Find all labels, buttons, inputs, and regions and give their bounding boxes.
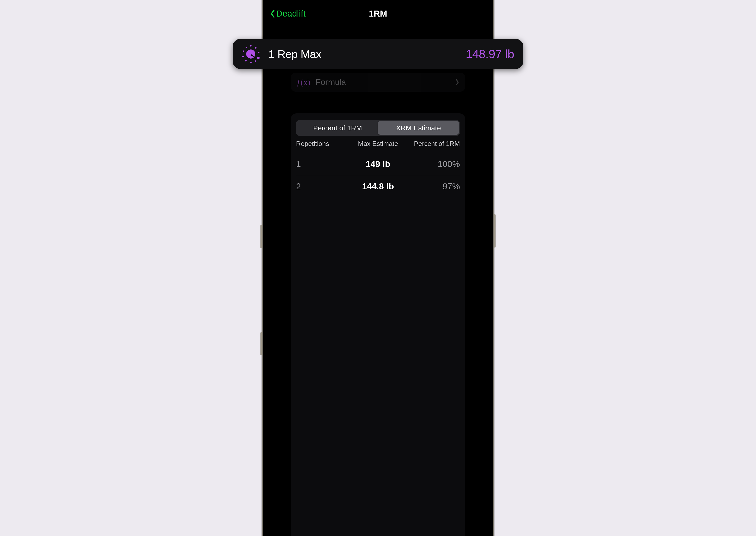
one-rep-max-label: 1 Rep Max [268,48,321,60]
nav-bar: Deadlift 1RM [270,7,486,21]
table-row[interactable]: 1 149 lb 100% [296,153,460,175]
screen: Deadlift 1RM [263,0,493,536]
cell-pct: 100% [409,159,460,169]
xrm-table-wrap: Percent of 1RM XRM Estimate Repetitions … [270,114,486,536]
header-repetitions: Repetitions [296,140,347,148]
side-button [260,332,262,355]
side-button [494,215,496,248]
side-button [260,225,262,248]
header-max-estimate: Max Estimate [347,140,409,148]
tab-percent-of-1rm[interactable]: Percent of 1RM [297,121,378,135]
formula-label: Formula [316,78,346,87]
tab-xrm-estimate[interactable]: XRM Estimate [378,121,459,135]
formula-row-wrap: ƒ(x) Formula [270,73,486,92]
formula-row[interactable]: ƒ(x) Formula [291,73,465,92]
back-button[interactable]: Deadlift [270,9,306,18]
phone-frame: Deadlift 1RM [262,0,494,536]
cell-pct: 97% [409,182,460,191]
bezel-shadow-right [493,0,495,536]
table-row[interactable]: 2 144.8 lb 97% [296,175,460,198]
one-rep-max-card[interactable]: 1 Rep Max 148.97 lb [233,39,523,69]
cell-max: 149 lb [347,159,409,169]
chevron-right-icon [455,79,460,86]
hero-card-wrap: 1 Rep Max 148.97 lb [270,39,486,69]
bezel-shadow-left [261,0,263,536]
cell-reps: 2 [296,182,347,191]
table-header: Repetitions Max Estimate Percent of 1RM [296,140,460,148]
chevron-left-icon [270,9,276,18]
back-label: Deadlift [276,9,306,18]
one-rep-max-value: 148.97 lb [466,47,514,61]
cell-reps: 1 [296,159,347,169]
table-body: 1 149 lb 100% 2 144.8 lb 97% [296,153,460,198]
header-percent-of-1rm: Percent of 1RM [409,140,460,148]
xrm-table-card: Percent of 1RM XRM Estimate Repetitions … [291,114,465,536]
segmented-control: Percent of 1RM XRM Estimate [296,120,460,136]
fx-icon: ƒ(x) [296,78,310,87]
cell-max: 144.8 lb [347,182,409,191]
page-title: 1RM [369,9,387,18]
gauge-icon [242,45,260,63]
